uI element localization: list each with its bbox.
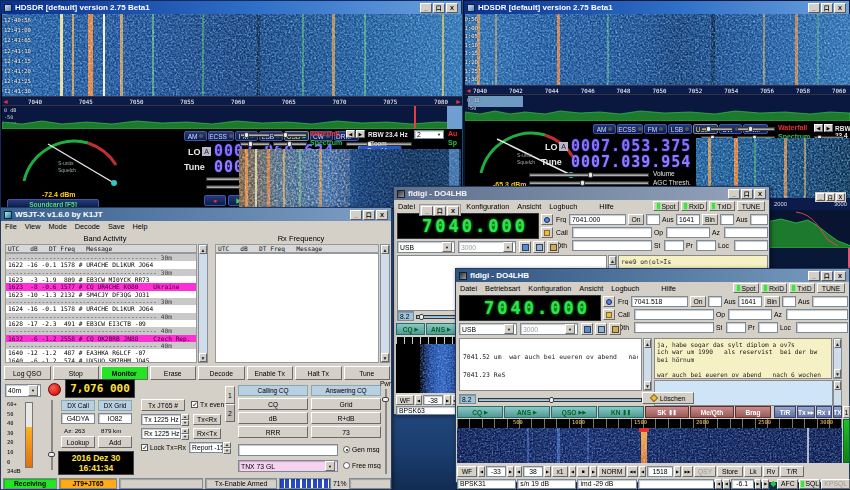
- window-button[interactable]: X: [836, 193, 845, 201]
- on-button[interactable]: On: [690, 296, 706, 307]
- wf-mode-button[interactable]: WF: [457, 466, 477, 477]
- wf-contrast-slider[interactable]: [737, 127, 775, 131]
- reverse-button[interactable]: Rv: [763, 466, 779, 477]
- menu-hilfe[interactable]: Hilfe: [661, 284, 676, 293]
- log-button[interactable]: [609, 323, 621, 335]
- tune-toggle-button[interactable]: [533, 241, 545, 253]
- band-separator-row[interactable]: ----------------------------------------…: [6, 327, 196, 334]
- loc-field[interactable]: [796, 322, 848, 333]
- menu-help[interactable]: Help: [133, 222, 148, 231]
- rxid-button[interactable]: RxID: [681, 201, 707, 211]
- frequency-lcd[interactable]: 7040.000: [459, 295, 601, 321]
- window-button[interactable]: 口: [821, 271, 833, 281]
- msg-73-button[interactable]: 73: [311, 426, 381, 438]
- lock-txrx-checkbox[interactable]: ✓Lock Tx=Rx: [141, 444, 186, 451]
- band-separator-row[interactable]: ----------------------------------------…: [6, 298, 196, 305]
- bandwidth-combo[interactable]: 3000▼: [520, 323, 578, 335]
- enable-tx-button[interactable]: Enable Tx: [247, 366, 294, 380]
- window-button[interactable]: X: [446, 3, 458, 13]
- decode-button[interactable]: Decode: [198, 366, 245, 380]
- menu-logbuch[interactable]: Logbuch: [611, 284, 639, 293]
- window-button[interactable]: _: [350, 210, 362, 220]
- wf-contrast-slider[interactable]: [273, 133, 307, 137]
- scroll-down-icon[interactable]: ▼: [834, 369, 841, 378]
- report-spinner[interactable]: Report -15▲▼: [189, 442, 231, 453]
- window-button[interactable]: X: [447, 206, 459, 216]
- decode-row[interactable]: 1623 -3 -1.9 809 # EB3CW MI0YCK RR73: [6, 276, 196, 283]
- tx-lt-rx-button[interactable]: Tx<Rx: [193, 414, 221, 425]
- monitor-button[interactable]: Monitor: [101, 366, 148, 380]
- scale-right-arrow[interactable]: ►: [455, 98, 462, 105]
- lookup-button[interactable]: Lookup: [61, 436, 95, 448]
- band-separator-row[interactable]: ----------------------------------------…: [6, 342, 196, 349]
- mode-lsb[interactable]: LSB: [668, 124, 692, 134]
- sql-button[interactable]: SQL: [799, 479, 820, 489]
- window-button[interactable]: _: [728, 189, 740, 199]
- txrx-button[interactable]: T/R: [780, 466, 804, 477]
- avg-combo[interactable]: 2▼: [414, 130, 444, 139]
- decode-row[interactable]: 1632 -6 -1.2 2558 # CQ OK2BRB JN88 Czech…: [6, 335, 196, 342]
- arrow-left[interactable]: ◀: [639, 466, 646, 477]
- mode-combo[interactable]: USB▼: [459, 323, 517, 335]
- scroll-down-icon[interactable]: ▼: [199, 353, 207, 362]
- wf-mode-button[interactable]: WF: [396, 395, 414, 405]
- rx-right-scrollbar[interactable]: ▲▼: [833, 338, 842, 379]
- menu-ansicht[interactable]: Ansicht: [579, 284, 603, 293]
- hdsdr1-freq-scale[interactable]: ◄ ► 704070457050705570607065707070757080: [2, 96, 462, 106]
- macro-cq[interactable]: CQ▶: [457, 406, 503, 418]
- menu-logbuch[interactable]: Logbuch: [549, 202, 577, 211]
- menu-konfiguration[interactable]: Konfiguration: [466, 202, 509, 211]
- decode-row[interactable]: 1628 -17 -2.3 491 # EB3CW EI3CTB -09: [6, 320, 196, 327]
- arrow-left[interactable]: ◀: [478, 466, 485, 477]
- arrow-left[interactable]: ◀: [715, 479, 722, 489]
- window-button[interactable]: X: [376, 210, 388, 220]
- tx-freq-spinner[interactable]: Tx 1225 Hz▲▼: [141, 414, 189, 425]
- hdsdr2-freq-scale[interactable]: ◄ 70407042704470467048705070527054705670…: [465, 85, 850, 95]
- rx-frequency-scrollbar[interactable]: ▲ ▼: [380, 244, 390, 363]
- az-field[interactable]: [724, 227, 768, 238]
- qsy-button[interactable]: QSY: [694, 466, 716, 477]
- window-button[interactable]: 口: [434, 206, 446, 216]
- edit-entry-button[interactable]: [603, 309, 615, 320]
- chevron-down-icon[interactable]: ▼: [325, 461, 335, 471]
- wf-cursor[interactable]: [639, 428, 649, 432]
- gen-msg-radio[interactable]: Gen msg: [343, 446, 380, 453]
- wf-right-arrow[interactable]: ▶: [444, 395, 451, 405]
- arrow-right[interactable]: ▶: [762, 479, 769, 489]
- dx-grid-field[interactable]: IO82: [98, 413, 132, 424]
- rx-pane-left[interactable]: 7041.52 um war auch bei eueren ov abend …: [459, 338, 642, 391]
- mode-status[interactable]: BPSK63: [396, 406, 457, 415]
- msg-grid-button[interactable]: Grid: [311, 398, 381, 410]
- arrow-left[interactable]: ◀: [515, 466, 522, 477]
- macro-ans[interactable]: ANS▶: [426, 323, 456, 335]
- tab-2[interactable]: 2: [225, 404, 235, 422]
- tune-button[interactable]: TUNE: [737, 201, 765, 211]
- aus2-field[interactable]: [750, 214, 768, 225]
- mode-fm[interactable]: FM: [644, 124, 667, 134]
- window-button[interactable]: _: [808, 3, 820, 13]
- scroll-up-icon[interactable]: ▲: [834, 339, 841, 348]
- macro-ans[interactable]: ANS▶: [504, 406, 550, 418]
- mode-ecss[interactable]: ECSS: [208, 131, 234, 141]
- wf-speed-up[interactable]: ▶: [824, 124, 833, 132]
- macro-page-tab[interactable]: 1: [843, 406, 850, 418]
- chevron-down-icon[interactable]: ▼: [442, 242, 452, 252]
- wf-bright-slider[interactable]: [240, 133, 270, 137]
- bin-button[interactable]: Bin: [702, 214, 718, 225]
- scroll-up-icon[interactable]: ▲: [199, 245, 207, 254]
- chevron-down-icon[interactable]: ▼: [504, 324, 514, 334]
- window-button[interactable]: X: [754, 189, 766, 199]
- macro-cq[interactable]: CQ▶: [396, 323, 425, 335]
- frequency-lcd[interactable]: 7040.000: [397, 213, 539, 239]
- window-button[interactable]: _: [816, 193, 825, 201]
- decode-row[interactable]: 1622 -16 -0.1 1578 # UR4CHE DL1KUR JO64: [6, 261, 196, 268]
- speed-button[interactable]: NORM: [598, 466, 626, 477]
- spin-down-icon[interactable]: ▼: [181, 434, 189, 440]
- spin-down-icon[interactable]: ▼: [223, 448, 231, 454]
- chevron-down-icon[interactable]: ▼: [503, 242, 513, 252]
- menu-ansicht[interactable]: Ansicht: [517, 202, 541, 211]
- log-qso-button[interactable]: Log QSO: [4, 366, 51, 380]
- rsid-toggle-button[interactable]: [581, 323, 593, 335]
- audio-level-slider[interactable]: [48, 400, 56, 470]
- erase-button[interactable]: Erase: [150, 366, 197, 380]
